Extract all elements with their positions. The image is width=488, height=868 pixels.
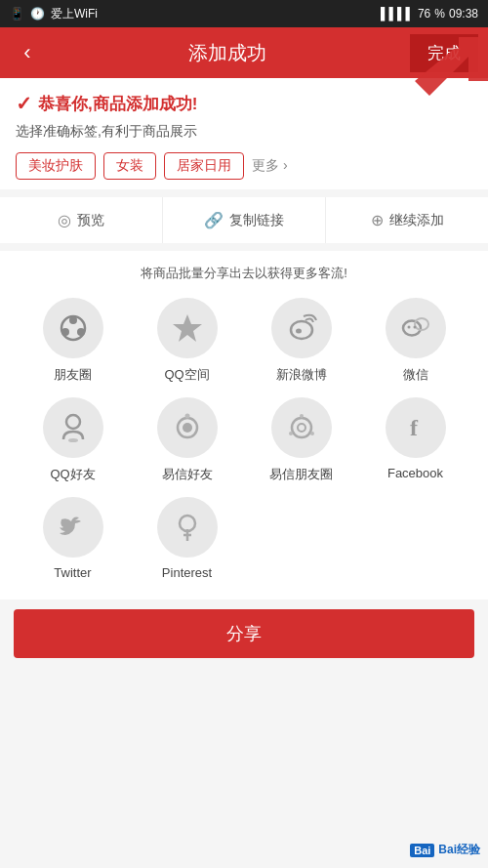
battery-label: 76 — [418, 7, 430, 21]
tag-jiaju[interactable]: 居家日用 — [164, 152, 244, 180]
weibo-label: 新浪微博 — [276, 366, 327, 384]
share-item-pinterest[interactable]: Pinterest — [130, 497, 244, 580]
clock-icon: 🕐 — [30, 7, 45, 21]
svg-point-15 — [183, 423, 192, 433]
status-bar-left: 📱 🕐 爱上WiFi — [10, 6, 98, 22]
header: ‹ 添加成功 完成 — [0, 27, 488, 78]
share-grid: 朋友圈 QQ空间 新浪微博 — [16, 298, 472, 580]
tag-meizhu[interactable]: 美妆护肤 — [16, 152, 96, 180]
share-item-weibo[interactable]: 新浪微博 — [244, 298, 358, 384]
share-item-facebook[interactable]: f Facebook — [358, 397, 472, 483]
share-item-yixinfriend[interactable]: 易信朋友圈 — [244, 397, 358, 483]
qqfriend-label: QQ好友 — [50, 466, 95, 483]
share-item-qqzone[interactable]: QQ空间 — [130, 298, 244, 384]
back-button[interactable]: ‹ — [10, 35, 45, 70]
success-check-icon: ✓ — [16, 92, 32, 115]
yixin-label: 易信好友 — [162, 466, 213, 483]
facebook-label: Facebook — [387, 466, 443, 480]
svg-marker-5 — [173, 314, 202, 342]
svg-point-3 — [77, 328, 85, 336]
qqfriend-icon-circle — [43, 397, 103, 458]
wechat-icon-circle — [386, 298, 446, 358]
done-button[interactable]: 完成 — [410, 34, 478, 72]
wifi-label: 爱上WiFi — [51, 6, 98, 22]
success-title: ✓ 恭喜你,商品添加成功! — [16, 92, 472, 115]
success-section: ✓ 恭喜你,商品添加成功! 选择准确标签,有利于商品展示 美妆护肤 女装 居家日… — [0, 78, 488, 189]
preview-label: 预览 — [77, 212, 104, 229]
svg-point-19 — [300, 414, 304, 418]
pinterest-icon-circle — [157, 497, 218, 558]
qqzone-label: QQ空间 — [164, 366, 209, 384]
page-title: 添加成功 — [188, 40, 266, 66]
pengyouquan-icon-circle — [43, 298, 103, 358]
share-section: 将商品批量分享出去以获得更多客流! 朋友圈 QQ空间 — [0, 251, 488, 599]
status-bar: 📱 🕐 爱上WiFi ▌▌▌▌ 76 % 09:38 — [0, 0, 488, 27]
svg-point-17 — [292, 418, 311, 437]
success-description: 选择准确标签,有利于商品展示 — [16, 123, 472, 141]
baidu-logo-icon: Bai — [410, 844, 434, 857]
copy-link-action[interactable]: 🔗 复制链接 — [163, 197, 326, 243]
weibo-icon-circle — [271, 298, 332, 358]
copy-link-label: 复制链接 — [229, 212, 284, 229]
more-tags[interactable]: 更多 › — [252, 157, 288, 175]
signal-icon: ▌▌▌▌ — [381, 7, 414, 21]
svg-point-2 — [69, 316, 77, 324]
svg-point-6 — [291, 321, 312, 339]
svg-point-7 — [296, 329, 302, 334]
twitter-icon-circle — [43, 497, 103, 558]
svg-point-18 — [298, 424, 305, 432]
yixin-icon-circle — [157, 397, 218, 458]
share-item-qqfriend[interactable]: QQ好友 — [16, 397, 130, 483]
pengyouquan-label: 朋友圈 — [54, 366, 92, 384]
actions-section: ◎ 预览 🔗 复制链接 ⊕ 继续添加 — [0, 197, 488, 243]
tags-row: 美妆护肤 女装 居家日用 更多 › — [16, 152, 472, 180]
pinterest-label: Pinterest — [162, 565, 212, 580]
svg-point-10 — [407, 326, 410, 329]
share-item-twitter[interactable]: Twitter — [16, 497, 130, 580]
svg-point-21 — [289, 432, 293, 435]
share-item-wechat[interactable]: 微信 — [358, 298, 472, 384]
status-bar-right: ▌▌▌▌ 76 % 09:38 — [381, 7, 478, 21]
qqzone-icon-circle — [157, 298, 218, 358]
share-item-pengyouquan[interactable]: 朋友圈 — [16, 298, 130, 384]
continue-add-action[interactable]: ⊕ 继续添加 — [326, 197, 488, 243]
svg-point-16 — [184, 414, 189, 419]
copy-link-icon: 🔗 — [204, 211, 224, 229]
svg-point-13 — [68, 438, 78, 442]
svg-point-12 — [66, 415, 80, 429]
svg-point-11 — [413, 326, 416, 329]
preview-icon: ◎ — [58, 211, 71, 229]
yixinfriend-icon-circle — [271, 397, 332, 458]
phone-icon: 📱 — [10, 7, 24, 21]
tag-nvzhuang[interactable]: 女装 — [103, 152, 156, 180]
baidu-watermark: Bai Bai经验 — [410, 842, 480, 858]
time-label: 09:38 — [449, 7, 478, 21]
preview-action[interactable]: ◎ 预览 — [0, 197, 163, 243]
svg-point-20 — [310, 432, 314, 435]
svg-point-4 — [61, 328, 69, 336]
continue-add-label: 继续添加 — [389, 212, 444, 229]
share-item-yixin[interactable]: 易信好友 — [130, 397, 244, 483]
yixinfriend-label: 易信朋友圈 — [269, 466, 333, 483]
baidu-label: Bai经验 — [438, 842, 480, 858]
wechat-label: 微信 — [403, 366, 428, 384]
share-button-container: 分享 — [0, 599, 488, 668]
facebook-icon-circle: f — [386, 397, 446, 458]
share-title: 将商品批量分享出去以获得更多客流! — [16, 265, 472, 282]
battery-icon: % — [434, 7, 445, 21]
svg-text:f: f — [410, 415, 419, 440]
svg-point-23 — [180, 516, 195, 531]
share-button[interactable]: 分享 — [14, 609, 474, 658]
twitter-label: Twitter — [54, 565, 91, 580]
continue-add-icon: ⊕ — [371, 211, 384, 229]
